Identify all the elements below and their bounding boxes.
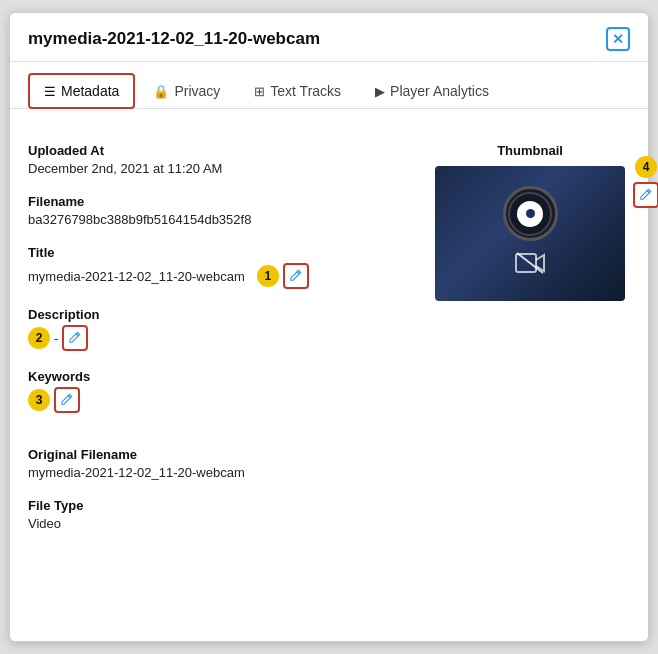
keywords-field: Keywords 3 [28,369,410,413]
tab-metadata[interactable]: ☰ Metadata [28,73,135,109]
description-row: 2 - [28,325,410,351]
title-field: Title mymedia-2021-12-02_11-20-webcam 1 [28,245,410,289]
filename-label: Filename [28,194,410,209]
tab-text-tracks[interactable]: ⊞ Text Tracks [238,73,357,109]
modal-title: mymedia-2021-12-02_11-20-webcam [28,29,320,49]
filename-value: ba3276798bc388b9fb5164154db352f8 [28,212,410,227]
edit-keywords-icon [61,393,73,408]
modal-container: mymedia-2021-12-02_11-20-webcam ✕ ☰ Meta… [9,12,649,642]
close-button[interactable]: ✕ [606,27,630,51]
original-filename-field: Original Filename mymedia-2021-12-02_11-… [28,447,630,480]
thumbnail-image [435,166,625,301]
keywords-label: Keywords [28,369,410,384]
original-filename-value: mymedia-2021-12-02_11-20-webcam [28,465,630,480]
no-video-icon [515,251,545,281]
svg-line-1 [517,253,543,273]
metadata-icon: ☰ [44,84,56,99]
content-area: Uploaded At December 2nd, 2021 at 11:20 … [10,125,648,431]
badge-1: 1 [257,265,279,287]
edit-keywords-button[interactable] [54,387,80,413]
badge-4: 4 [635,156,657,178]
thumbnail-section: Thumbnail [430,143,630,301]
svg-rect-0 [516,254,536,272]
tabs-container: ☰ Metadata 🔒 Privacy ⊞ Text Tracks ▶ Pla… [10,62,648,109]
description-field: Description 2 - [28,307,410,351]
edit-title-icon [290,269,302,284]
edit-thumbnail-icon [640,188,652,203]
edit-thumbnail-button[interactable] [633,182,658,208]
thumbnail-label: Thumbnail [430,143,630,158]
badge-2: 2 [28,327,50,349]
modal-header: mymedia-2021-12-02_11-20-webcam ✕ [10,13,648,62]
file-type-label: File Type [28,498,630,513]
uploaded-at-field: Uploaded At December 2nd, 2021 at 11:20 … [28,143,410,176]
title-row: mymedia-2021-12-02_11-20-webcam 1 [28,263,410,289]
close-icon: ✕ [612,31,624,47]
lower-fields: Original Filename mymedia-2021-12-02_11-… [10,447,648,531]
obs-logo [503,186,558,241]
filename-field: Filename ba3276798bc388b9fb5164154db352f… [28,194,410,227]
right-column: Thumbnail [430,143,630,431]
file-type-field: File Type Video [28,498,630,531]
file-type-value: Video [28,516,630,531]
title-label: Title [28,245,410,260]
keywords-row: 3 [28,387,410,413]
privacy-icon: 🔒 [153,84,169,99]
text-tracks-icon: ⊞ [254,84,265,99]
tab-privacy[interactable]: 🔒 Privacy [137,73,236,109]
original-filename-label: Original Filename [28,447,630,462]
badge-3: 3 [28,389,50,411]
player-analytics-icon: ▶ [375,84,385,99]
description-label: Description [28,307,410,322]
tab-player-analytics[interactable]: ▶ Player Analytics [359,73,505,109]
uploaded-at-value: December 2nd, 2021 at 11:20 AM [28,161,410,176]
description-value: - [54,331,58,346]
edit-description-button[interactable] [62,325,88,351]
edit-title-button[interactable] [283,263,309,289]
title-value: mymedia-2021-12-02_11-20-webcam [28,269,245,284]
uploaded-at-label: Uploaded At [28,143,410,158]
left-column: Uploaded At December 2nd, 2021 at 11:20 … [28,143,410,431]
edit-description-icon [69,331,81,346]
